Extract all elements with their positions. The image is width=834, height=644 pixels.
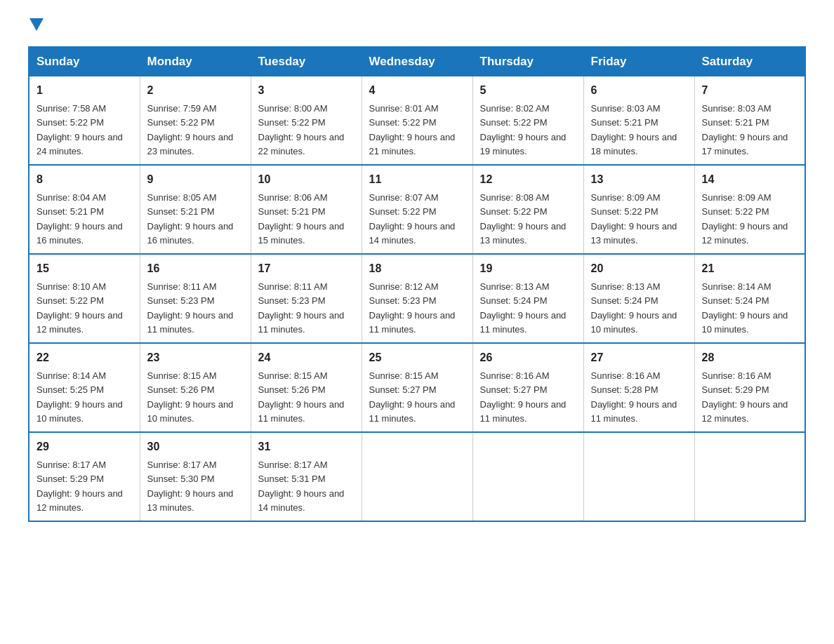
calendar-header: SundayMondayTuesdayWednesdayThursdayFrid…: [29, 47, 805, 76]
day-number: 19: [480, 260, 576, 277]
header-wednesday: Wednesday: [362, 47, 472, 76]
day-cell: 4 Sunrise: 8:01 AMSunset: 5:22 PMDayligh…: [362, 76, 472, 166]
day-cell: 15 Sunrise: 8:10 AMSunset: 5:22 PMDaylig…: [29, 254, 140, 343]
day-number: 28: [702, 349, 798, 366]
day-number: 10: [258, 171, 355, 188]
day-cell: 24 Sunrise: 8:15 AMSunset: 5:26 PMDaylig…: [251, 343, 362, 432]
calendar-table: SundayMondayTuesdayWednesdayThursdayFrid…: [28, 46, 806, 522]
day-info: Sunrise: 8:11 AMSunset: 5:23 PMDaylight:…: [147, 281, 234, 335]
day-cell: 25 Sunrise: 8:15 AMSunset: 5:27 PMDaylig…: [362, 343, 472, 432]
day-cell: 6 Sunrise: 8:03 AMSunset: 5:21 PMDayligh…: [583, 76, 694, 166]
week-row-1: 1 Sunrise: 7:58 AMSunset: 5:22 PMDayligh…: [29, 76, 805, 166]
day-info: Sunrise: 8:15 AMSunset: 5:27 PMDaylight:…: [369, 370, 456, 424]
day-info: Sunrise: 8:01 AMSunset: 5:22 PMDaylight:…: [369, 103, 456, 156]
day-cell: 2 Sunrise: 7:59 AMSunset: 5:22 PMDayligh…: [140, 76, 251, 166]
calendar-body: 1 Sunrise: 7:58 AMSunset: 5:22 PMDayligh…: [29, 76, 805, 522]
day-info: Sunrise: 8:14 AMSunset: 5:25 PMDaylight:…: [37, 370, 123, 424]
day-cell: 28 Sunrise: 8:16 AMSunset: 5:29 PMDaylig…: [694, 343, 805, 432]
day-cell: [362, 432, 472, 521]
day-number: 11: [369, 171, 465, 188]
day-cell: 12 Sunrise: 8:08 AMSunset: 5:22 PMDaylig…: [472, 165, 583, 254]
day-info: Sunrise: 7:58 AMSunset: 5:22 PMDaylight:…: [37, 103, 123, 156]
header-thursday: Thursday: [472, 47, 583, 76]
day-cell: 10 Sunrise: 8:06 AMSunset: 5:21 PMDaylig…: [251, 165, 362, 254]
day-info: Sunrise: 8:03 AMSunset: 5:21 PMDaylight:…: [702, 103, 788, 156]
header-friday: Friday: [583, 47, 694, 76]
day-cell: 20 Sunrise: 8:13 AMSunset: 5:24 PMDaylig…: [583, 254, 694, 343]
day-info: Sunrise: 8:11 AMSunset: 5:23 PMDaylight:…: [258, 281, 345, 335]
day-number: 7: [702, 82, 798, 99]
day-info: Sunrise: 8:05 AMSunset: 5:21 PMDaylight:…: [147, 192, 234, 246]
day-number: 8: [37, 171, 133, 188]
day-info: Sunrise: 8:14 AMSunset: 5:24 PMDaylight:…: [702, 281, 788, 335]
day-cell: 16 Sunrise: 8:11 AMSunset: 5:23 PMDaylig…: [140, 254, 251, 343]
header-monday: Monday: [140, 47, 251, 76]
day-number: 20: [591, 260, 687, 277]
day-info: Sunrise: 8:13 AMSunset: 5:24 PMDaylight:…: [591, 281, 677, 335]
week-row-2: 8 Sunrise: 8:04 AMSunset: 5:21 PMDayligh…: [29, 165, 805, 254]
day-info: Sunrise: 8:06 AMSunset: 5:21 PMDaylight:…: [258, 192, 345, 246]
day-number: 16: [147, 260, 244, 277]
header-tuesday: Tuesday: [251, 47, 362, 76]
day-info: Sunrise: 8:16 AMSunset: 5:27 PMDaylight:…: [480, 370, 567, 424]
header-sunday: Sunday: [29, 47, 140, 76]
day-cell: 31 Sunrise: 8:17 AMSunset: 5:31 PMDaylig…: [251, 432, 362, 521]
day-number: 9: [147, 171, 244, 188]
day-number: 26: [480, 349, 576, 366]
day-number: 17: [258, 260, 355, 277]
day-number: 12: [480, 171, 576, 188]
svg-marker-0: [29, 18, 44, 31]
day-cell: 29 Sunrise: 8:17 AMSunset: 5:29 PMDaylig…: [29, 432, 140, 521]
day-info: Sunrise: 8:16 AMSunset: 5:28 PMDaylight:…: [591, 370, 677, 424]
day-number: 5: [480, 82, 576, 99]
day-info: Sunrise: 8:15 AMSunset: 5:26 PMDaylight:…: [258, 370, 345, 424]
day-info: Sunrise: 8:09 AMSunset: 5:22 PMDaylight:…: [591, 192, 677, 246]
week-row-5: 29 Sunrise: 8:17 AMSunset: 5:29 PMDaylig…: [29, 432, 805, 521]
day-info: Sunrise: 8:09 AMSunset: 5:22 PMDaylight:…: [702, 192, 788, 246]
day-cell: 19 Sunrise: 8:13 AMSunset: 5:24 PMDaylig…: [472, 254, 583, 343]
day-info: Sunrise: 8:10 AMSunset: 5:22 PMDaylight:…: [37, 281, 123, 335]
day-number: 13: [591, 171, 687, 188]
logo: [28, 21, 44, 32]
logo-triangle-icon: [29, 18, 44, 32]
day-cell: 23 Sunrise: 8:15 AMSunset: 5:26 PMDaylig…: [140, 343, 251, 432]
day-info: Sunrise: 8:17 AMSunset: 5:31 PMDaylight:…: [258, 459, 345, 513]
day-number: 3: [258, 82, 355, 99]
day-number: 22: [37, 349, 133, 366]
week-row-3: 15 Sunrise: 8:10 AMSunset: 5:22 PMDaylig…: [29, 254, 805, 343]
day-cell: 7 Sunrise: 8:03 AMSunset: 5:21 PMDayligh…: [694, 76, 805, 166]
day-number: 4: [369, 82, 465, 99]
day-cell: 9 Sunrise: 8:05 AMSunset: 5:21 PMDayligh…: [140, 165, 251, 254]
day-info: Sunrise: 8:17 AMSunset: 5:29 PMDaylight:…: [37, 459, 123, 513]
day-cell: 3 Sunrise: 8:00 AMSunset: 5:22 PMDayligh…: [251, 76, 362, 166]
day-cell: 22 Sunrise: 8:14 AMSunset: 5:25 PMDaylig…: [29, 343, 140, 432]
day-cell: [583, 432, 694, 521]
day-number: 25: [369, 349, 465, 366]
day-number: 23: [147, 349, 244, 366]
day-cell: [694, 432, 805, 521]
day-number: 1: [37, 82, 133, 99]
day-number: 21: [702, 260, 798, 277]
day-info: Sunrise: 8:03 AMSunset: 5:21 PMDaylight:…: [591, 103, 677, 156]
day-info: Sunrise: 8:16 AMSunset: 5:29 PMDaylight:…: [702, 370, 788, 424]
day-info: Sunrise: 8:15 AMSunset: 5:26 PMDaylight:…: [147, 370, 234, 424]
day-info: Sunrise: 8:17 AMSunset: 5:30 PMDaylight:…: [147, 459, 234, 513]
day-number: 15: [37, 260, 133, 277]
day-number: 24: [258, 349, 355, 366]
day-info: Sunrise: 8:04 AMSunset: 5:21 PMDaylight:…: [37, 192, 123, 246]
day-info: Sunrise: 7:59 AMSunset: 5:22 PMDaylight:…: [147, 103, 234, 156]
day-number: 31: [258, 438, 355, 455]
day-info: Sunrise: 8:00 AMSunset: 5:22 PMDaylight:…: [258, 103, 345, 156]
day-info: Sunrise: 8:12 AMSunset: 5:23 PMDaylight:…: [369, 281, 456, 335]
day-info: Sunrise: 8:08 AMSunset: 5:22 PMDaylight:…: [480, 192, 567, 246]
day-cell: 1 Sunrise: 7:58 AMSunset: 5:22 PMDayligh…: [29, 76, 140, 166]
day-cell: 13 Sunrise: 8:09 AMSunset: 5:22 PMDaylig…: [583, 165, 694, 254]
day-cell: 17 Sunrise: 8:11 AMSunset: 5:23 PMDaylig…: [251, 254, 362, 343]
day-cell: 30 Sunrise: 8:17 AMSunset: 5:30 PMDaylig…: [140, 432, 251, 521]
day-info: Sunrise: 8:02 AMSunset: 5:22 PMDaylight:…: [480, 103, 567, 156]
day-info: Sunrise: 8:07 AMSunset: 5:22 PMDaylight:…: [369, 192, 456, 246]
day-cell: 8 Sunrise: 8:04 AMSunset: 5:21 PMDayligh…: [29, 165, 140, 254]
day-number: 27: [591, 349, 687, 366]
day-number: 18: [369, 260, 465, 277]
day-cell: [472, 432, 583, 521]
